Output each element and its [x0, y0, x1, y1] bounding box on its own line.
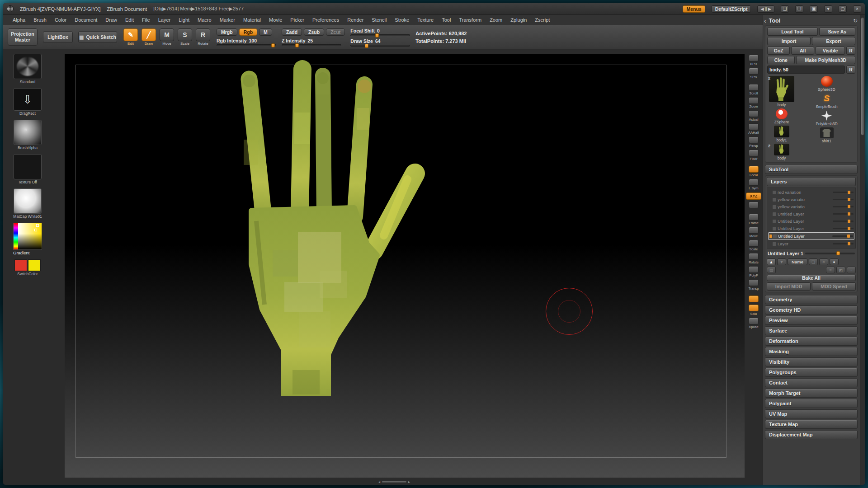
shelf-button-spix[interactable]: SPix: [746, 68, 761, 79]
tool-thumb-polymesh3d[interactable]: PolyMesh3D: [798, 110, 855, 126]
layer-intensity-slider[interactable]: [833, 213, 854, 215]
alpha-thumbnail[interactable]: [14, 120, 42, 145]
layer-row[interactable]: red variation: [768, 189, 854, 196]
switch-color-label[interactable]: SwitchColor: [13, 272, 42, 276]
quick-sketch-button[interactable]: ▦ Quick Sketch: [78, 31, 117, 43]
layer-row[interactable]: yellow variatio: [768, 196, 854, 203]
layer-intensity-slider[interactable]: [833, 199, 854, 200]
copy-doc-icon[interactable]: ❐: [795, 5, 803, 13]
panel-collapse-arrow[interactable]: ‹: [764, 18, 766, 24]
layer-duplicate-button[interactable]: ❏: [809, 258, 818, 265]
shelf-button-floor[interactable]: Floor: [746, 150, 761, 161]
hue-strip[interactable]: [14, 223, 18, 249]
color-mode-button[interactable]: Rgb: [239, 28, 257, 36]
scroll-right-icon[interactable]: ▸: [408, 480, 410, 484]
color-mode-button[interactable]: Mrgb: [217, 28, 237, 36]
menu-item[interactable]: Stencil: [368, 17, 391, 23]
export-button[interactable]: Export: [812, 37, 855, 45]
tool-thumb-body[interactable]: 2 body: [767, 76, 796, 107]
sculpt-mode-button[interactable]: Zadd: [282, 28, 302, 36]
goz-r-button[interactable]: R: [846, 47, 855, 55]
tool-thumb-simplebrush[interactable]: S SimpleBrush: [798, 93, 855, 109]
layer-row[interactable]: Layer: [768, 240, 854, 247]
tool-thumb-zsphere[interactable]: ZSphere: [767, 108, 796, 124]
menu-item[interactable]: Stroke: [391, 17, 413, 23]
menu-item[interactable]: Texture: [413, 17, 438, 23]
layer-merge-button[interactable]: ≡: [826, 267, 835, 273]
panel-section[interactable]: Preview: [765, 316, 858, 325]
panel-section[interactable]: Displacement Map: [765, 430, 858, 439]
menu-item[interactable]: Transform: [455, 17, 486, 23]
canvas[interactable]: [65, 54, 745, 478]
menu-item[interactable]: Edit: [121, 17, 138, 23]
secondary-color-swatch[interactable]: [28, 259, 41, 271]
panel-section[interactable]: Masking: [765, 347, 858, 356]
menu-item[interactable]: Preferences: [308, 17, 343, 23]
layer-intensity-slider[interactable]: [833, 221, 854, 222]
menu-item[interactable]: Marker: [216, 17, 239, 23]
mode-button-M[interactable]: M Move: [159, 28, 175, 46]
z-intensity-slider[interactable]: Z Intensity 25: [282, 38, 341, 46]
panel-section[interactable]: Surface: [765, 326, 858, 335]
mode-button-R[interactable]: R Rotate: [195, 28, 211, 46]
menu-item[interactable]: File: [138, 17, 154, 23]
lightbox-button[interactable]: LightBox: [43, 31, 73, 43]
save-as-button[interactable]: Save As: [819, 28, 855, 36]
layer-down-button[interactable]: ▼: [777, 258, 786, 265]
mdd-speed-button[interactable]: MDD Speed: [812, 282, 856, 291]
lock-icon[interactable]: ▣: [810, 5, 818, 13]
shelf-button-aahalf[interactable]: AAHalf: [746, 123, 761, 135]
layer-delete-button[interactable]: ✕: [819, 258, 828, 265]
stroke-thumbnail[interactable]: ⇩: [14, 88, 42, 111]
slider-knob[interactable]: [375, 33, 379, 38]
texture-thumbnail[interactable]: [14, 154, 42, 179]
panel-section[interactable]: Contact: [765, 378, 858, 387]
make-polymesh3d-button[interactable]: Make PolyMesh3D: [796, 56, 855, 64]
shelf-button-xyz[interactable]: XYZ: [746, 192, 761, 200]
panel-section[interactable]: Texture Map: [765, 420, 858, 429]
doc-pages-icon[interactable]: ❏: [781, 5, 789, 13]
shelf-button-persp[interactable]: Persp: [746, 136, 761, 148]
layer-row[interactable]: yellow variatio: [768, 203, 854, 210]
slider-knob[interactable]: [271, 43, 275, 47]
canvas-h-scrollbar[interactable]: ◂ ▸: [378, 480, 410, 484]
menu-item[interactable]: Zscript: [531, 17, 554, 23]
layer-up-button[interactable]: ▲: [767, 258, 776, 265]
import-button[interactable]: Import: [767, 37, 811, 45]
shelf-button-polyf[interactable]: PolyF: [746, 266, 761, 277]
tool-thumb-sphere3d[interactable]: Sphere3D: [798, 76, 855, 92]
mode-button-✎[interactable]: ✎ Edit: [123, 28, 139, 46]
panel-section[interactable]: Visibility: [765, 357, 858, 366]
layer-option-button[interactable]: ▫: [847, 267, 856, 273]
menu-item[interactable]: Macro: [193, 17, 216, 23]
active-layer-slider[interactable]: Untitled Layer 1: [767, 250, 856, 257]
panel-section[interactable]: Polygroups: [765, 368, 858, 377]
mode-button-╱[interactable]: ╱ Draw: [141, 28, 157, 46]
material-thumbnail[interactable]: [14, 188, 42, 214]
panel-section[interactable]: Geometry: [765, 295, 858, 304]
load-tool-button[interactable]: Load Tool: [767, 28, 818, 36]
panel-section[interactable]: UV Map: [765, 409, 858, 418]
shelf-button-solo[interactable]: Solo: [746, 305, 761, 316]
sculpt-model-hand[interactable]: [231, 58, 431, 396]
color-picker[interactable]: [13, 223, 42, 250]
shelf-button-scale[interactable]: Scale: [746, 240, 761, 251]
menu-item[interactable]: Picker: [286, 17, 308, 23]
menu-item[interactable]: Color: [51, 17, 71, 23]
shelf-button-frame[interactable]: Frame: [746, 214, 761, 225]
tool-r-button[interactable]: R: [846, 66, 855, 74]
menu-item[interactable]: Zoom: [486, 17, 506, 23]
sculpt-mode-button[interactable]: Zcut: [326, 28, 345, 36]
goz-button[interactable]: GoZ: [767, 47, 790, 55]
shelf-button-paint[interactable]: [746, 296, 761, 303]
tool-thumb-shirt1[interactable]: shirt1: [798, 127, 855, 143]
slider-knob[interactable]: [295, 43, 299, 47]
shelf-button-zoom[interactable]: Zoom: [746, 97, 761, 108]
color-handle[interactable]: [34, 229, 37, 231]
goz-all-button[interactable]: All: [791, 47, 814, 55]
menu-item[interactable]: Alpha: [9, 17, 29, 23]
sculpt-mode-button[interactable]: Zsub: [304, 28, 324, 36]
tool-thumb-body1[interactable]: body1: [767, 126, 796, 142]
panel-refresh-icon[interactable]: ↻: [853, 18, 858, 24]
menu-item[interactable]: Tool: [438, 17, 455, 23]
